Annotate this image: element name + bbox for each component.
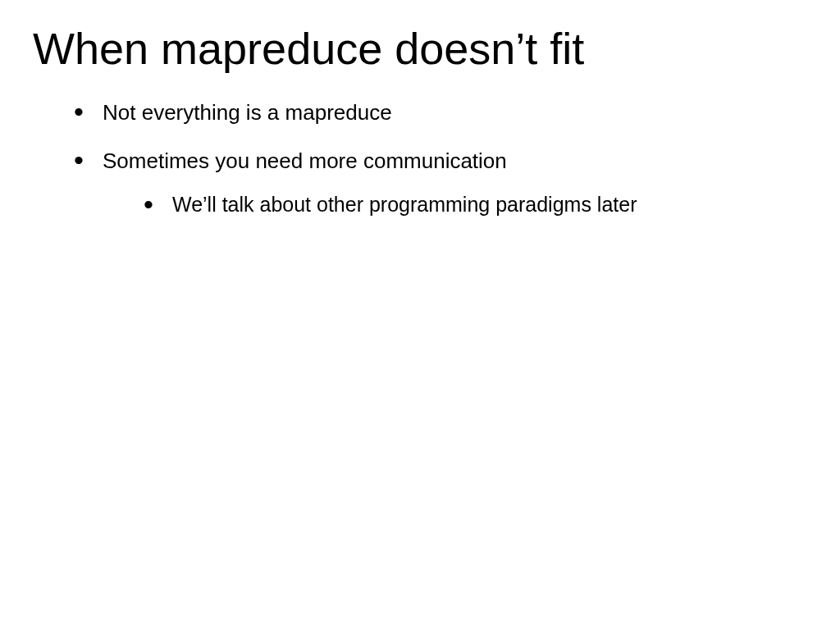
sub-bullet-item: We’ll talk about other programming parad… bbox=[144, 190, 807, 219]
bullet-item: Not everything is a mapreduce bbox=[74, 98, 807, 127]
bullet-text: Sometimes you need more communication bbox=[103, 148, 507, 173]
slide-container: When mapreduce doesn’t fit Not everythin… bbox=[0, 0, 840, 630]
bullet-list: Not everything is a mapreduce Sometimes … bbox=[33, 98, 807, 219]
sub-bullet-list: We’ll talk about other programming parad… bbox=[103, 190, 807, 219]
slide-title: When mapreduce doesn’t fit bbox=[33, 25, 807, 73]
bullet-text: Not everything is a mapreduce bbox=[103, 100, 392, 125]
sub-bullet-text: We’ll talk about other programming parad… bbox=[172, 193, 637, 216]
bullet-item: Sometimes you need more communication We… bbox=[74, 146, 807, 219]
